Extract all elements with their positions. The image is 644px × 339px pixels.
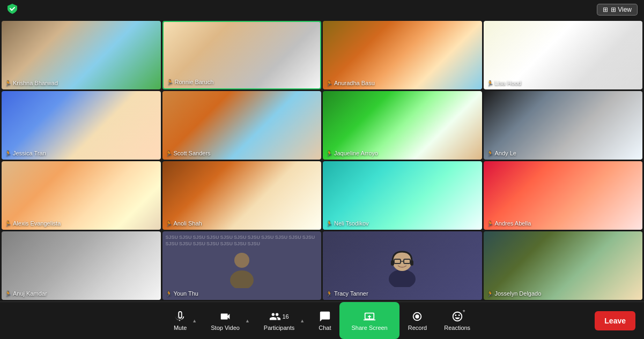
participants-caret[interactable]: ▲ [299,318,306,323]
participant-name-11: 🏃 Neli Tsodikov [326,220,369,227]
participant-tile-1[interactable]: 🏃 Krishna Bharwad [2,21,161,89]
participant-name-10: 🏃 Anoli Shah [166,220,202,227]
mute-group[interactable]: Mute ▲ [165,302,202,339]
share-screen-group[interactable]: Share Screen [339,302,399,339]
reactions-group[interactable]: + Reactions [435,302,479,339]
video-caret[interactable]: ▲ [244,318,251,323]
stop-video-group[interactable]: Stop Video ▲ [202,302,255,339]
participant-tile-15[interactable]: 🏃 Tracy Tanner [323,231,482,300]
participant-name-15: 🏃 Tracy Tanner [326,290,368,297]
chat-button[interactable]: Chat [314,311,335,331]
mute-caret[interactable]: ▲ [191,318,198,323]
toolbar: Mute ▲ Stop Video ▲ 16 Participants ▲ [0,302,644,339]
participant-tile-9[interactable]: 🏃 Alexis Evangelista [2,161,161,230]
participant-tile-14[interactable]: SJSU SJSU SJSU SJSU SJSU SJSU SJSU SJSU … [162,231,322,300]
svg-point-10 [416,314,419,318]
participants-group[interactable]: 16 Participants ▲ [255,302,310,339]
record-button[interactable]: Record [404,311,431,331]
participant-tile-10[interactable]: 🏃 Anoli Shah [162,161,322,230]
stop-video-button[interactable]: Stop Video [206,311,244,331]
mute-button[interactable]: Mute [169,311,191,331]
svg-rect-8 [410,260,413,266]
mute-label: Mute [174,325,187,331]
participant-tile-16[interactable]: 🏃 Josselyn Delgado [484,231,643,300]
participant-name-1: 🏃 Krishna Bharwad [5,80,58,86]
participant-name-5: 🏃 Jessica Tran [5,150,46,156]
participant-tile-6[interactable]: 🏃 Scott Sanders [162,91,322,160]
participant-name-16: 🏃 Josselyn Delgado [487,290,542,297]
share-screen-label: Share Screen [351,325,387,331]
participant-name-2: 🏃 Ronnie Baruch [167,79,214,85]
participant-tile-2[interactable]: 🏃 Ronnie Baruch [162,21,322,89]
participant-name-8: 🏃 Andy Le [487,150,516,156]
share-screen-button[interactable]: Share Screen [347,311,391,331]
reactions-button[interactable]: + Reactions [440,311,475,331]
reactions-label: Reactions [444,325,470,331]
svg-point-2 [389,269,416,287]
participant-name-4: 🏃 Lisa Hood [487,80,522,86]
participant-tile-12[interactable]: 🏃 Andres Abella [484,161,643,230]
svg-point-1 [230,270,254,288]
participant-name-13: 🏃 Anuj Kamdar [5,290,47,297]
participant-name-9: 🏃 Alexis Evangelista [5,220,61,227]
participant-name-12: 🏃 Andres Abella [487,220,531,227]
leave-button[interactable]: Leave [595,311,635,330]
shield-icon [6,3,18,17]
participant-name-7: 🏃 Jaqueline Arroyo [326,150,378,156]
view-button[interactable]: ⊞ ⊞ View [597,4,638,16]
record-label: Record [408,325,427,331]
participant-name-6: 🏃 Scott Sanders [166,150,211,156]
participant-name-14: 🏃 Youn Thu [166,290,199,297]
participant-name-3: 🏃 Anuradha Basu [326,80,375,86]
participant-tile-4[interactable]: 🏃 Lisa Hood [484,21,643,89]
participants-label: Participants [264,325,294,331]
top-bar: ⊞ ⊞ View [0,0,644,19]
svg-point-0 [234,253,249,268]
participants-count: 16 [282,313,288,320]
chat-label: Chat [319,325,331,331]
participant-tile-3[interactable]: 🏃 Anuradha Basu [323,21,482,89]
participant-tile-7[interactable]: 🏃 Jaqueline Arroyo [323,91,482,160]
participant-tile-11[interactable]: 🏃 Neli Tsodikov [323,161,482,230]
participant-tile-5[interactable]: 🏃 Jessica Tran [2,91,161,160]
participant-tile-8[interactable]: 🏃 Andy Le [484,91,643,160]
record-group[interactable]: Record [399,302,435,339]
stop-video-label: Stop Video [211,325,240,331]
chat-group[interactable]: Chat [310,302,339,339]
participants-button[interactable]: 16 Participants [260,311,299,331]
svg-rect-7 [391,260,394,266]
participant-tile-13[interactable]: 🏃 Anuj Kamdar [2,231,161,300]
video-grid: 🏃 Krishna Bharwad 🏃 Ronnie Baruch 🏃 Anur… [0,19,644,302]
